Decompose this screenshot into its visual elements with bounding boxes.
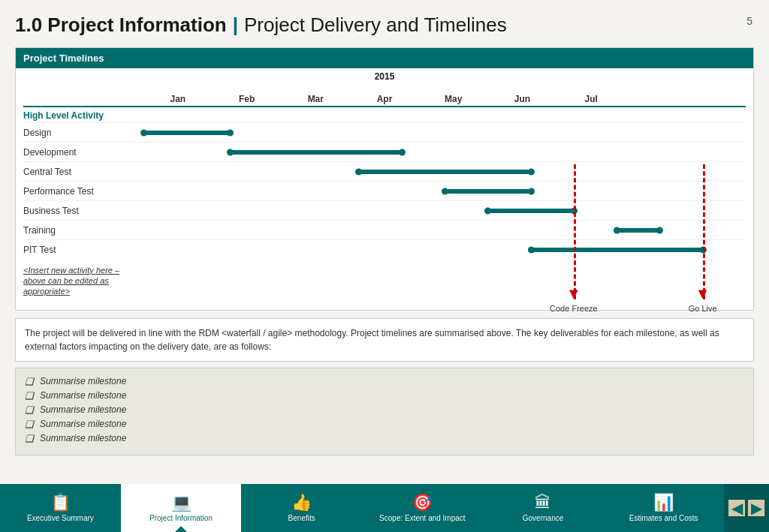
- month-jun: Jun: [488, 88, 557, 104]
- milestone-arrow: ▼: [695, 286, 710, 301]
- nav-estimates[interactable]: 📊 Estimates and Costs: [603, 484, 724, 532]
- gantt-row: Design: [23, 122, 746, 142]
- month-may: May: [419, 88, 488, 104]
- executive-summary-icon: 📋: [50, 494, 71, 511]
- gantt-chart: Project Timelines 2015 Jan Feb Mar Apr M…: [15, 47, 754, 311]
- gantt-bar: [487, 209, 574, 213]
- description-text: The project will be delivered in line wi…: [25, 328, 719, 352]
- gantt-bar: [230, 150, 402, 155]
- page-number: 5: [746, 15, 752, 27]
- checkbox-1: ❑: [25, 376, 34, 387]
- scope-icon: 🎯: [412, 494, 433, 511]
- gantt-row: PIT Test: [23, 239, 746, 259]
- activity-label: PIT Test: [23, 245, 143, 255]
- gantt-row: Central Test: [23, 161, 746, 181]
- chart-title: Project Timelines: [16, 48, 753, 68]
- gantt-track: [143, 123, 746, 142]
- milestone-label: Code Freeze: [550, 304, 598, 313]
- nav-scope[interactable]: 🎯 Scope: Extent and Impact: [362, 484, 483, 532]
- checkbox-2: ❑: [25, 390, 34, 401]
- chart-body: 2015 Jan Feb Mar Apr May Jun Jul High Le…: [16, 68, 753, 310]
- activity-label: Business Test: [23, 206, 143, 216]
- month-apr: Apr: [350, 88, 419, 104]
- nav-benefits[interactable]: 👍 Benefits: [241, 484, 362, 532]
- milestone-text-3: Summarise milestone: [40, 404, 126, 415]
- month-mar: Mar: [281, 88, 350, 104]
- milestone-text-5: Summarise milestone: [40, 433, 126, 443]
- month-jan: Jan: [143, 88, 213, 104]
- milestone-5: ❑ Summarise milestone: [25, 433, 744, 444]
- nav-label-estimates: Estimates and Costs: [629, 514, 698, 522]
- milestone-2: ❑ Summarise milestone: [25, 390, 744, 401]
- activity-label: Performance Test: [23, 186, 143, 197]
- nav-label-scope: Scope: Extent and Impact: [379, 514, 466, 522]
- milestone-4: ❑ Summarise milestone: [25, 419, 744, 430]
- checkbox-3: ❑: [25, 404, 34, 416]
- title-separator: |: [233, 14, 238, 37]
- gantt-track: [143, 240, 746, 259]
- insert-note: <Insert new activity here – above can be…: [23, 265, 143, 297]
- description-box: The project will be delivered in line wi…: [15, 318, 754, 362]
- estimates-icon: 📊: [653, 494, 674, 511]
- gantt-bar: [445, 189, 531, 194]
- bottom-nav: 📋 Executive Summary 💻 Project Informatio…: [0, 484, 769, 532]
- nav-executive-summary[interactable]: 📋 Executive Summary: [0, 484, 121, 532]
- milestone-3: ❑ Summarise milestone: [25, 404, 744, 416]
- gantt-track: [143, 182, 746, 200]
- milestones-box: ❑ Summarise milestone ❑ Summarise milest…: [15, 368, 754, 455]
- milestone-text-2: Summarise milestone: [40, 390, 126, 401]
- gantt-bar: [143, 131, 230, 135]
- activity-label: Central Test: [23, 167, 143, 177]
- gantt-row: Performance Test: [23, 181, 746, 200]
- nav-label-benefits: Benefits: [288, 514, 315, 522]
- gantt-row: Business Test: [23, 200, 746, 220]
- nav-label-governance: Governance: [523, 514, 563, 522]
- nav-project-information[interactable]: 💻 Project Information: [121, 484, 242, 532]
- gantt-row: Development: [23, 142, 746, 161]
- main-content: 5 1.0 Project Information | Project Deli…: [0, 0, 769, 484]
- milestone-label: Go Live: [689, 304, 717, 313]
- title-bold: 1.0 Project Information: [15, 14, 227, 37]
- benefits-icon: 👍: [291, 494, 312, 511]
- gantt-bar: [617, 228, 659, 233]
- activity-label: Development: [23, 147, 143, 158]
- high-level-label: High Level Activity: [23, 110, 143, 121]
- title-subtitle: Project Delivery and Timelines: [244, 14, 507, 37]
- nav-next-arrow[interactable]: ▶: [748, 500, 764, 516]
- month-jul: Jul: [556, 88, 626, 104]
- gantt-track: [143, 221, 746, 239]
- gantt-row: Training: [23, 220, 746, 239]
- page-title: 1.0 Project Information | Project Delive…: [15, 14, 754, 37]
- month-feb: Feb: [213, 88, 282, 104]
- milestone-1: ❑ Summarise milestone: [25, 376, 744, 387]
- checkbox-5: ❑: [25, 433, 34, 444]
- project-info-icon: 💻: [171, 494, 191, 511]
- gantt-bar: [358, 170, 530, 174]
- milestone-dashed-line: [703, 164, 705, 299]
- activity-label: Training: [23, 225, 143, 236]
- checkbox-4: ❑: [25, 419, 34, 430]
- nav-label-executive: Executive Summary: [27, 514, 94, 522]
- nav-arrows: ◀ ▶: [724, 484, 769, 532]
- milestone-text-1: Summarise milestone: [40, 376, 126, 386]
- governance-icon: 🏛: [535, 494, 551, 511]
- gantt-track: [143, 162, 746, 181]
- year-label: 2015: [143, 71, 626, 82]
- milestone-arrow: ▼: [566, 286, 581, 301]
- milestone-track: ▼Code Freeze▼Go Live: [143, 262, 746, 299]
- activity-label: Design: [23, 128, 143, 138]
- nav-governance[interactable]: 🏛 Governance: [483, 484, 604, 532]
- gantt-bar: [531, 248, 703, 252]
- nav-label-project: Project Information: [149, 514, 213, 522]
- gantt-track: [143, 201, 746, 220]
- milestone-text-4: Summarise milestone: [40, 419, 126, 429]
- milestone-dashed-line: [574, 164, 576, 299]
- gantt-track: [143, 143, 746, 161]
- nav-prev-arrow[interactable]: ◀: [728, 500, 745, 516]
